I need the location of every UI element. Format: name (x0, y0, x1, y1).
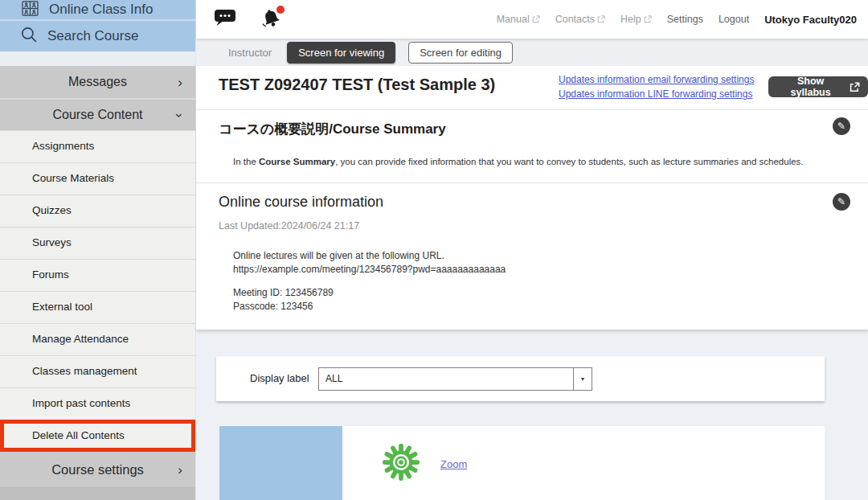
sidebar-item-manage-attendance[interactable]: Manage Attendance (0, 323, 195, 355)
display-label-filter-card: Display label ALL ▼ (216, 356, 825, 401)
display-label-text: Display label (250, 372, 309, 384)
sidebar-item-course-content[interactable]: Course Content › (0, 98, 195, 130)
external-link-icon (644, 15, 652, 23)
line-forwarding-settings-link[interactable]: Updates information LINE forwarding sett… (559, 87, 754, 101)
tab-screen-for-editing[interactable]: Screen for editing (408, 42, 513, 64)
logout-link[interactable]: Logout (719, 14, 749, 25)
forwarding-links: Updates information email forwarding set… (559, 72, 754, 101)
sidebar-item-course-settings[interactable]: Course settings › (0, 452, 195, 487)
sidebar-item-forums[interactable]: Forums (0, 259, 195, 291)
manual-link[interactable]: Manual (497, 14, 540, 25)
view-mode-tabbar: Instructor Screen for viewing Screen for… (196, 39, 868, 66)
dropdown-arrow-icon: ▼ (573, 368, 592, 390)
content-item-row: Zoom (219, 426, 825, 500)
chevron-right-icon: › (178, 463, 182, 477)
edit-online-course-info-button[interactable]: ✎ (833, 193, 850, 211)
sidebar-item-assignments[interactable]: Assignments (0, 130, 195, 162)
sidebar-item-label: Search Course (47, 28, 138, 44)
sidebar-item-label: Online Class Info (49, 2, 153, 18)
pencil-icon: ✎ (837, 197, 845, 207)
sidebar-footer-strip (0, 487, 195, 500)
course-header: TEST Z092407 TEST (Test Sample 3) Update… (196, 66, 868, 110)
content-thumbnail (219, 426, 342, 500)
contacts-link[interactable]: Contacts (555, 14, 605, 25)
meeting-id: Meeting ID: 123456789 (233, 286, 506, 300)
display-label-select[interactable]: ALL ▼ (318, 367, 592, 391)
online-course-info-text: Online lectures will be given at the fol… (233, 249, 506, 313)
sidebar-item-label: Course Content (52, 108, 142, 122)
external-link-icon (850, 82, 860, 92)
show-syllabus-button[interactable]: Show syllabus (768, 76, 868, 97)
course-content-submenu: Assignments Course Materials Quizzes Sur… (0, 130, 195, 452)
notification-bell-icon[interactable] (260, 7, 282, 32)
passcode: Passcode: 123456 (233, 300, 506, 314)
section-heading: Online course information (219, 194, 383, 211)
course-summary-section: コースの概要説明/Course Summary ✎ In the Course … (196, 110, 868, 183)
chevron-down-icon: › (174, 113, 187, 117)
sidebar-item-online-class-info[interactable]: Online Class Info (0, 0, 195, 19)
zoom-gear-icon (383, 444, 420, 484)
class-grid-icon (22, 1, 39, 19)
sidebar-item-messages[interactable]: Messages › (0, 66, 195, 98)
external-link-icon (597, 15, 605, 23)
sidebar-item-quizzes[interactable]: Quizzes (0, 195, 195, 227)
pencil-icon: ✎ (837, 121, 845, 131)
sidebar-divider (0, 51, 195, 66)
help-link[interactable]: Help (620, 14, 652, 25)
sidebar-item-surveys[interactable]: Surveys (0, 227, 195, 259)
meeting-url: https://example.com/meeting/123456789?pw… (233, 263, 506, 277)
page-title: TEST Z092407 TEST (Test Sample 3) (219, 76, 495, 94)
email-forwarding-settings-link[interactable]: Updates information email forwarding set… (559, 72, 754, 87)
selected-option: ALL (326, 373, 342, 384)
course-summary-text: In the Course Summary, you can provide f… (233, 157, 804, 166)
messages-bubble-icon[interactable] (214, 9, 236, 31)
user-name: Utokyo Faculty020 (764, 14, 857, 26)
sidebar-item-label: Messages (68, 75, 127, 89)
search-icon (19, 25, 39, 48)
course-content-panel: TEST Z092407 TEST (Test Sample 3) Update… (196, 66, 868, 330)
notification-badge (276, 6, 285, 14)
last-updated-timestamp: Last Updated:2024/06/24 21:17 (219, 220, 359, 232)
chevron-right-icon: › (178, 76, 182, 89)
settings-link[interactable]: Settings (667, 14, 703, 25)
sidebar-item-import-past-contents[interactable]: Import past contents (0, 387, 195, 420)
sidebar: Online Class Info Search Course Messages… (0, 0, 195, 500)
section-heading: コースの概要説明/Course Summary (219, 120, 446, 138)
sidebar-item-label: Course settings (51, 462, 144, 477)
contents-list-area: Display label ALL ▼ (196, 330, 868, 500)
sidebar-item-delete-all-contents[interactable]: Delete All Contents (0, 420, 195, 452)
sidebar-item-classes-management[interactable]: Classes management (0, 355, 195, 387)
top-bar: Manual Contacts Help Settings Logout Uto… (196, 0, 868, 39)
sidebar-item-external-tool[interactable]: External tool (0, 291, 195, 323)
edit-course-summary-button[interactable]: ✎ (833, 117, 850, 135)
main-area: Manual Contacts Help Settings Logout Uto… (195, 0, 868, 500)
tab-screen-for-viewing[interactable]: Screen for viewing (287, 42, 395, 64)
external-link-icon (532, 15, 540, 23)
zoom-content-link[interactable]: Zoom (440, 458, 467, 470)
top-nav: Manual Contacts Help Settings Logout Uto… (497, 14, 857, 26)
app-window: Online Class Info Search Course Messages… (0, 0, 868, 500)
sidebar-item-course-materials[interactable]: Course Materials (0, 162, 195, 195)
sidebar-item-search-course[interactable]: Search Course (0, 19, 195, 51)
role-label: Instructor (228, 47, 272, 59)
online-course-info-section: Online course information ✎ Last Updated… (196, 183, 868, 330)
